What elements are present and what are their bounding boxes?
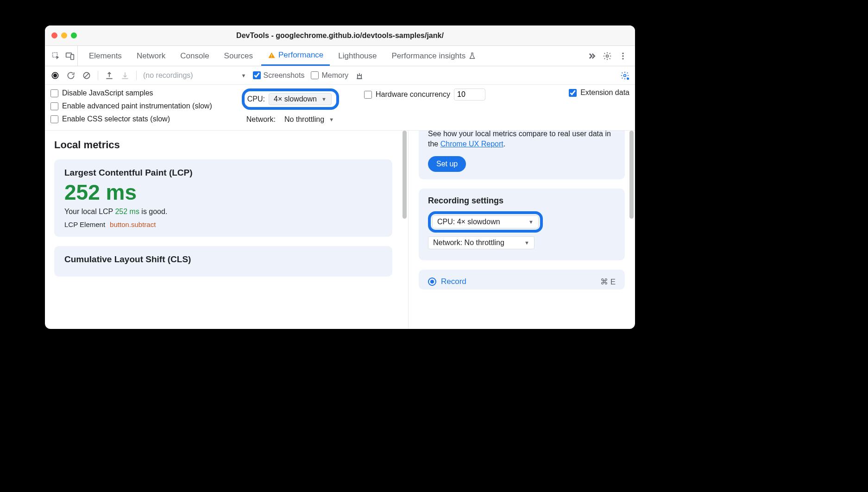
devtools-window: DevTools - googlechrome.github.io/devtoo… bbox=[45, 25, 635, 329]
performance-toolbar: (no recordings) ▼ Screenshots Memory bbox=[45, 66, 635, 85]
record-dot-icon bbox=[428, 278, 436, 286]
svg-point-7 bbox=[622, 55, 623, 57]
cpu-select-highlight: CPU: 4× slowdown▼ bbox=[428, 211, 543, 233]
right-sidebar: See how your local metrics compare to re… bbox=[408, 131, 635, 329]
lcp-value: 252 ms bbox=[64, 182, 382, 203]
titlebar: DevTools - googlechrome.github.io/devtoo… bbox=[45, 25, 635, 46]
cpu-label: CPU: bbox=[247, 95, 265, 103]
tab-sources[interactable]: Sources bbox=[218, 46, 259, 66]
svg-rect-2 bbox=[71, 54, 74, 59]
sidebar-scrollbar[interactable] bbox=[629, 131, 635, 329]
record-icon[interactable] bbox=[50, 71, 60, 80]
lcp-description: Your local LCP 252 ms is good. bbox=[64, 208, 382, 216]
download-icon[interactable] bbox=[120, 71, 130, 80]
svg-rect-12 bbox=[358, 76, 361, 79]
flask-icon bbox=[468, 52, 476, 60]
screenshots-checkbox[interactable]: Screenshots bbox=[253, 71, 305, 80]
svg-point-6 bbox=[622, 52, 623, 54]
svg-rect-3 bbox=[271, 54, 272, 56]
recording-settings-panel: Recording settings CPU: 4× slowdown▼ Net… bbox=[419, 189, 625, 260]
extension-data-checkbox[interactable]: Extension data bbox=[569, 88, 629, 97]
maximize-window-button[interactable] bbox=[71, 32, 77, 38]
warning-icon bbox=[268, 51, 276, 59]
network-throttle-select[interactable]: No throttling▼ bbox=[279, 114, 339, 126]
cpu-throttle-select[interactable]: 4× slowdown▼ bbox=[269, 93, 332, 105]
hardware-concurrency-input[interactable] bbox=[454, 88, 485, 101]
local-metrics-heading: Local metrics bbox=[54, 139, 392, 151]
local-metrics-pane: Local metrics Largest Contentful Paint (… bbox=[45, 131, 402, 329]
traffic-lights bbox=[45, 32, 77, 38]
chevron-down-icon: ▼ bbox=[321, 96, 327, 102]
network-label: Network: bbox=[246, 115, 276, 124]
cpu-throttle-highlight: CPU: 4× slowdown▼ bbox=[242, 88, 339, 110]
lcp-element-link[interactable]: button.subtract bbox=[110, 221, 156, 228]
kebab-menu-icon[interactable] bbox=[618, 51, 628, 61]
css-selector-stats-checkbox[interactable]: Enable CSS selector stats (slow) bbox=[50, 114, 212, 124]
recording-settings-heading: Recording settings bbox=[428, 196, 616, 206]
window-title: DevTools - googlechrome.github.io/devtoo… bbox=[45, 32, 635, 40]
settings-icon[interactable] bbox=[603, 51, 612, 61]
record-button[interactable]: Record ⌘ E bbox=[428, 277, 616, 287]
tab-elements[interactable]: Elements bbox=[82, 46, 128, 66]
svg-point-5 bbox=[606, 55, 609, 57]
record-panel: Record ⌘ E bbox=[419, 270, 625, 290]
svg-point-8 bbox=[622, 58, 623, 59]
tab-network[interactable]: Network bbox=[130, 46, 172, 66]
upload-icon[interactable] bbox=[105, 71, 114, 80]
sidebar-cpu-select[interactable]: CPU: 4× slowdown▼ bbox=[432, 215, 539, 228]
lcp-title: Largest Contentful Paint (LCP) bbox=[64, 168, 382, 178]
svg-point-13 bbox=[624, 74, 626, 76]
setup-button[interactable]: Set up bbox=[428, 156, 466, 172]
more-tabs-icon[interactable] bbox=[587, 51, 596, 61]
clear-icon[interactable] bbox=[82, 71, 91, 80]
lcp-element-row: LCP Element button.subtract bbox=[64, 221, 382, 228]
capture-settings-panel: Disable JavaScript samples Enable advanc… bbox=[45, 85, 635, 131]
svg-rect-4 bbox=[271, 57, 272, 57]
chevron-down-icon: ▼ bbox=[241, 73, 246, 78]
tab-performance[interactable]: Performance bbox=[261, 46, 330, 66]
minimize-window-button[interactable] bbox=[61, 32, 67, 38]
tab-console[interactable]: Console bbox=[174, 46, 215, 66]
field-data-description: See how your local metrics compare to re… bbox=[428, 131, 616, 150]
advanced-paint-checkbox[interactable]: Enable advanced paint instrumentation (s… bbox=[50, 101, 212, 111]
disable-js-samples-checkbox[interactable]: Disable JavaScript samples bbox=[50, 88, 212, 98]
devtools-tabbar: Elements Network Console Sources Perform… bbox=[45, 46, 635, 66]
memory-checkbox[interactable]: Memory bbox=[311, 71, 348, 80]
cls-card: Cumulative Layout Shift (CLS) bbox=[54, 246, 392, 277]
recordings-dropdown[interactable]: (no recordings) bbox=[143, 71, 193, 80]
crux-report-link[interactable]: Chrome UX Report bbox=[440, 140, 503, 148]
svg-point-10 bbox=[54, 74, 57, 77]
chevron-down-icon: ▼ bbox=[329, 117, 334, 122]
chevron-down-icon: ▼ bbox=[528, 219, 534, 225]
svg-point-14 bbox=[627, 77, 629, 80]
main-scrollbar[interactable] bbox=[402, 131, 408, 329]
tab-lighthouse[interactable]: Lighthouse bbox=[332, 46, 383, 66]
performance-content: Local metrics Largest Contentful Paint (… bbox=[45, 131, 635, 329]
sidebar-network-select[interactable]: Network: No throttling▼ bbox=[428, 236, 535, 249]
tab-performance-insights[interactable]: Performance insights bbox=[385, 46, 483, 66]
collect-garbage-icon[interactable] bbox=[355, 71, 364, 80]
field-data-panel: See how your local metrics compare to re… bbox=[419, 131, 625, 179]
device-toolbar-icon[interactable] bbox=[65, 51, 75, 61]
inspect-icon[interactable] bbox=[51, 51, 61, 61]
close-window-button[interactable] bbox=[51, 32, 57, 38]
reload-icon[interactable] bbox=[66, 71, 75, 80]
cls-title: Cumulative Layout Shift (CLS) bbox=[64, 254, 382, 265]
lcp-card: Largest Contentful Paint (LCP) 252 ms Yo… bbox=[54, 159, 392, 237]
hardware-concurrency-checkbox[interactable]: Hardware concurrency bbox=[364, 88, 485, 101]
capture-settings-icon[interactable] bbox=[620, 71, 629, 80]
chevron-down-icon: ▼ bbox=[524, 240, 529, 246]
record-shortcut: ⌘ E bbox=[600, 277, 616, 287]
